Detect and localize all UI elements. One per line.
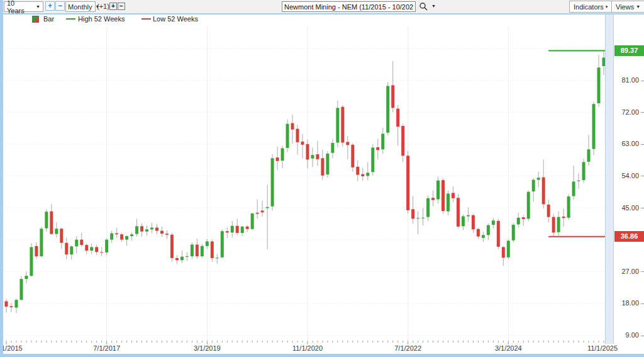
candle-2022-09: [416, 218, 419, 218]
candle-2022-04: [391, 85, 394, 108]
toolbar: 10 Years ▼ + − Monthly ▼ (+1) + − ▼ Indi…: [3, 0, 644, 13]
chart-splitter-scrollbar[interactable]: [605, 14, 614, 344]
candle-2020-10: [301, 142, 304, 145]
search-dropdown-icon[interactable]: ▼: [431, 4, 436, 8]
candle-2018-08: [170, 235, 174, 258]
bar-offset-label: (+1): [97, 3, 109, 10]
candle-2020-05: [276, 157, 279, 161]
y-axis-tick: [641, 144, 644, 145]
candle-2023-03: [447, 194, 450, 212]
y-axis-label: 81.00: [615, 76, 639, 84]
candle-2019-02: [201, 246, 204, 256]
candle-2023-07: [467, 215, 470, 217]
zoom-out-button[interactable]: −: [55, 1, 65, 11]
candle-2019-04: [211, 241, 214, 258]
x-axis-label: 11/1/2025: [582, 344, 618, 353]
candle-2017-09: [115, 234, 118, 235]
x-axis-label: 3/1/2019: [189, 344, 225, 353]
candle-2020-09: [296, 129, 299, 142]
y-axis-label: 27.00: [615, 268, 639, 276]
views-button-label: Views: [616, 3, 634, 11]
candle-2020-08: [291, 123, 294, 130]
candlestick-chart[interactable]: [0, 0, 644, 357]
candle-2016-12: [70, 246, 73, 254]
candle-2017-12: [130, 234, 133, 236]
candle-2019-09: [236, 226, 239, 233]
candle-2020-04: [271, 158, 274, 207]
candle-2025-03: [567, 196, 570, 218]
candle-2020-02: [261, 211, 264, 213]
candle-2016-05: [35, 246, 38, 256]
y-axis-tick: [641, 112, 644, 113]
candle-2018-02: [140, 226, 143, 231]
candle-2024-04: [512, 225, 515, 241]
candle-2025-08: [592, 104, 596, 149]
range-select-value: 10 Years: [7, 0, 33, 14]
add-bar-button[interactable]: +: [109, 3, 117, 10]
candle-2016-07: [45, 212, 48, 228]
candle-2017-02: [80, 240, 83, 245]
candle-2022-05: [396, 109, 399, 127]
range-select[interactable]: 10 Years ▼: [4, 1, 43, 12]
window-bottom-border: [0, 354, 644, 357]
candle-2017-11: [125, 236, 128, 240]
candle-2018-04: [150, 228, 153, 230]
candle-2023-11: [487, 225, 490, 235]
indicators-button[interactable]: Indicators ▾: [569, 1, 612, 13]
candle-2020-03: [266, 207, 269, 208]
candle-2023-06: [462, 217, 465, 227]
candle-2025-09: [597, 67, 600, 103]
legend-low-52-weeks-label: Low 52 Weeks: [153, 14, 198, 23]
candle-2016-08: [50, 212, 53, 234]
candle-2021-10: [361, 174, 364, 176]
candle-2024-12: [552, 217, 555, 233]
candle-2024-08: [532, 180, 535, 192]
period-select[interactable]: Monthly ▼: [65, 1, 96, 12]
y-axis-tick: [641, 336, 644, 336]
candle-2024-07: [527, 192, 530, 219]
candle-2022-11: [426, 198, 430, 217]
window-left-border: [0, 0, 3, 357]
candle-2024-10: [542, 178, 545, 205]
x-axis-label: 1/2015: [1, 344, 36, 353]
candle-2022-07: [406, 156, 409, 210]
y-axis-tick: [641, 303, 644, 304]
chevron-down-icon: ▼: [636, 4, 640, 9]
candle-2023-09: [477, 229, 480, 237]
remove-bar-button[interactable]: −: [118, 3, 125, 10]
views-button[interactable]: Views ▼: [611, 1, 644, 13]
candle-2022-10: [421, 218, 425, 218]
candle-2021-12: [371, 147, 374, 172]
candle-2018-10: [180, 257, 184, 261]
candle-2021-02: [321, 158, 324, 176]
legend-bar-label: Bar: [43, 14, 54, 23]
candle-2023-08: [472, 215, 475, 230]
search-icon[interactable]: [419, 2, 428, 11]
candle-2018-12: [191, 245, 194, 257]
indicators-button-label: Indicators: [574, 3, 604, 11]
candle-2024-11: [547, 205, 550, 217]
candle-2016-10: [60, 229, 63, 243]
candle-2016-11: [65, 243, 68, 255]
candle-2019-11: [246, 227, 249, 229]
candle-2020-07: [286, 124, 289, 148]
candle-2021-05: [336, 108, 339, 142]
candle-2016-04: [30, 247, 33, 276]
candle-2015-11: [5, 302, 8, 307]
candle-2017-10: [120, 234, 123, 239]
candle-2021-09: [356, 167, 359, 175]
candle-2023-12: [492, 220, 495, 225]
candle-2022-01: [376, 147, 379, 150]
y-axis-tick: [641, 81, 644, 81]
y-axis-label: 72.00: [615, 108, 639, 116]
y-axis-label: 9.00: [615, 331, 639, 339]
toolbar-separator: [0, 13, 644, 14]
zoom-in-button[interactable]: +: [45, 1, 55, 11]
candle-2016-06: [40, 229, 43, 256]
x-axis-label: 7/1/2022: [391, 344, 426, 353]
bar-legend-icon: [32, 16, 39, 23]
symbol-search-input[interactable]: [282, 1, 416, 12]
candle-2017-06: [100, 252, 103, 252]
candle-2021-01: [316, 154, 319, 159]
candle-2018-09: [175, 258, 179, 260]
